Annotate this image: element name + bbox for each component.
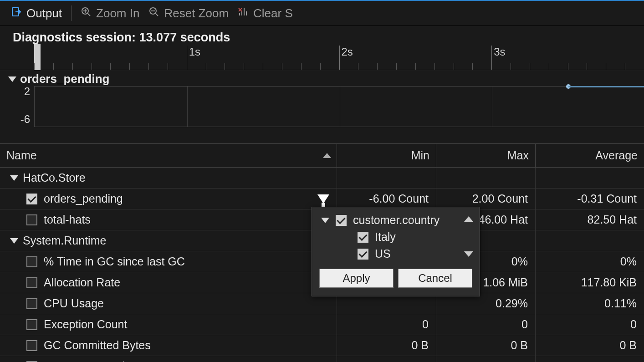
avg-cell: 0 — [536, 314, 644, 335]
output-button[interactable]: Output — [6, 5, 66, 22]
table-row[interactable]: GC Fragmentation0%0%0% — [0, 356, 644, 362]
min-cell: 0 B — [337, 335, 436, 356]
popup-buttons: Apply Cancel — [312, 262, 480, 290]
ruler-tick: 1s — [187, 46, 187, 70]
min-cell: 0 — [337, 314, 436, 335]
row-checkbox[interactable] — [26, 277, 37, 288]
counter-header[interactable]: orders_pending — [0, 70, 644, 86]
group-label: HatCo.Store — [23, 171, 86, 184]
counter-name: orders_pending — [20, 72, 109, 86]
table-row[interactable]: Exception Count000 — [0, 314, 644, 335]
max-cell: 0 B — [436, 335, 536, 356]
row-checkbox[interactable] — [26, 194, 37, 204]
group-label: System.Runtime — [23, 234, 106, 247]
table-group-row[interactable]: HatCo.Store — [0, 168, 644, 189]
col-max-label: Max — [507, 149, 529, 162]
col-avg[interactable]: Average — [536, 144, 644, 167]
metric-name: total-hats — [44, 213, 91, 226]
metric-name: CPU Usage — [44, 297, 104, 310]
table-row[interactable]: GC Committed Bytes0 B0 B0 B — [0, 335, 644, 356]
cancel-button[interactable]: Cancel — [398, 269, 472, 288]
collapse-icon — [8, 76, 16, 82]
clear-button[interactable]: Clear S — [233, 5, 297, 22]
metric-name: orders_pending — [44, 192, 123, 205]
collapse-icon — [10, 175, 18, 181]
min-cell: 0% — [337, 356, 436, 362]
row-checkbox[interactable] — [26, 340, 37, 351]
filter-dimension-row[interactable]: customer.country — [312, 212, 480, 229]
filter-option-row[interactable]: Italy — [312, 229, 480, 245]
col-name-label: Name — [6, 149, 37, 162]
option-label: US — [375, 247, 391, 260]
reset-zoom-icon — [148, 6, 159, 20]
option-label: Italy — [375, 230, 396, 244]
dimension-label: customer.country — [353, 214, 440, 227]
row-checkbox[interactable] — [26, 214, 37, 225]
col-avg-label: Average — [595, 149, 638, 162]
max-cell: 0 — [436, 314, 536, 335]
sort-asc-icon — [323, 153, 331, 158]
col-min-label: Min — [411, 149, 429, 162]
option-checkbox[interactable] — [358, 232, 368, 243]
apply-button[interactable]: Apply — [319, 269, 394, 288]
avg-cell: 0.11% — [536, 293, 644, 314]
col-name[interactable]: Name — [0, 144, 337, 167]
zoom-in-icon — [81, 6, 92, 20]
playhead[interactable] — [34, 44, 41, 70]
clear-label: Clear S — [253, 6, 293, 20]
session-label: Diagnostics session: 13.077 seconds — [0, 26, 644, 45]
clear-icon — [238, 6, 249, 20]
ylabel-bottom: -6 — [20, 113, 35, 126]
dimension-checkbox[interactable] — [336, 215, 347, 226]
metric-name: GC Committed Bytes — [44, 339, 151, 352]
option-checkbox[interactable] — [358, 249, 368, 260]
collapse-icon — [10, 238, 18, 244]
export-icon — [11, 6, 22, 20]
ruler-tick: 3s — [491, 46, 492, 70]
avg-cell: 0% — [536, 356, 644, 362]
zoom-in-button[interactable]: Zoom In — [76, 5, 144, 22]
filter-option-row[interactable]: US — [312, 245, 480, 262]
avg-cell: 0 B — [536, 335, 644, 356]
data-line — [568, 86, 644, 87]
ruler-tick: 2s — [339, 46, 340, 70]
output-label: Output — [26, 6, 62, 20]
filter-icon[interactable] — [317, 194, 329, 204]
row-checkbox[interactable] — [26, 298, 37, 309]
table-header: Name Min Max Average — [0, 144, 644, 168]
avg-cell: 0% — [536, 251, 644, 272]
metric-name: Exception Count — [44, 318, 127, 331]
col-max[interactable]: Max — [436, 144, 536, 167]
filter-popup: customer.country ItalyUS Apply Cancel — [312, 207, 480, 296]
col-min[interactable]: Min — [337, 144, 436, 167]
zoom-in-label: Zoom In — [96, 6, 139, 20]
min-cell: -6.00 Count — [337, 189, 436, 209]
metric-name: Allocation Rate — [44, 276, 120, 289]
counter-chart[interactable]: 2 -6 — [34, 86, 644, 127]
metric-name: GC Fragmentation — [44, 360, 138, 362]
timeline-ruler[interactable]: 1s2s3s4s — [0, 46, 644, 70]
metric-name: % Time in GC since last GC — [44, 255, 185, 268]
avg-cell: -0.31 Count — [536, 189, 644, 209]
max-cell: 2.00 Count — [436, 189, 536, 209]
scroll-down-icon[interactable] — [464, 251, 473, 257]
reset-zoom-label: Reset Zoom — [164, 6, 229, 20]
collapse-icon — [321, 218, 329, 223]
row-checkbox[interactable] — [26, 256, 37, 267]
avg-cell: 117.80 KiB — [536, 272, 644, 293]
ylabel-top: 2 — [24, 85, 35, 98]
toolbar: Output Zoom In Reset Zoom Clear S — [0, 1, 644, 26]
reset-zoom-button[interactable]: Reset Zoom — [144, 5, 233, 22]
avg-cell: 82.50 Hat — [536, 209, 644, 230]
max-cell: 0% — [436, 356, 536, 362]
scroll-up-icon[interactable] — [464, 216, 473, 222]
toolbar-separator — [71, 5, 72, 21]
row-checkbox[interactable] — [26, 319, 37, 330]
